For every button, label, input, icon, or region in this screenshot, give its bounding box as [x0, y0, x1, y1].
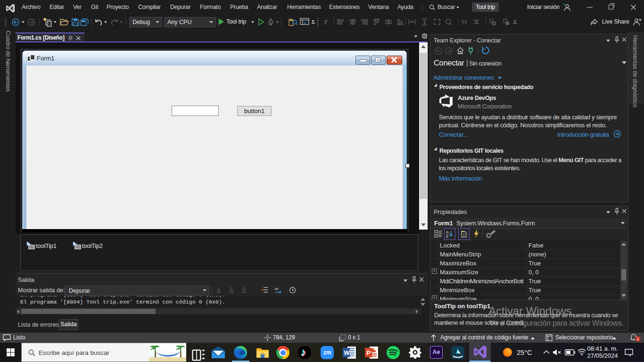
- svg-text:W: W: [344, 349, 350, 356]
- svg-text:ab: ab: [274, 287, 279, 291]
- svg-text:P: P: [367, 349, 371, 356]
- svg-text:Z: Z: [446, 234, 448, 238]
